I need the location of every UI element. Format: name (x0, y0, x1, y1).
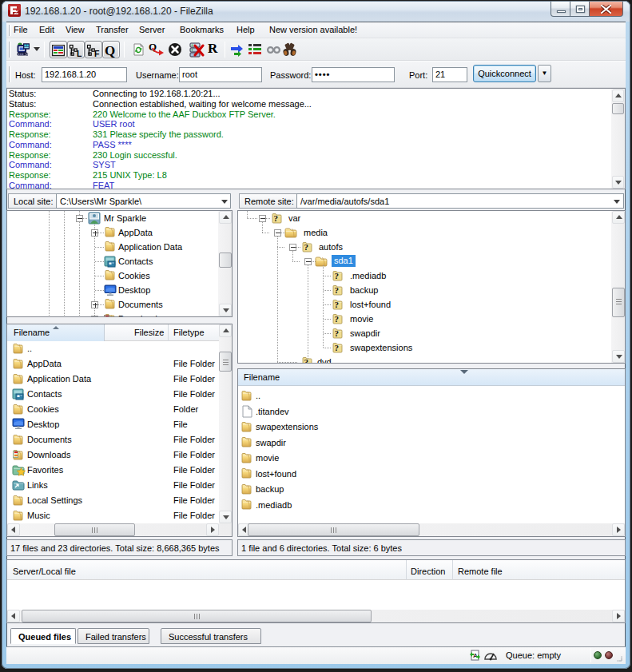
svg-text:F: F (94, 49, 100, 58)
svg-text:L: L (77, 49, 82, 58)
svg-text:A: A (473, 652, 478, 659)
